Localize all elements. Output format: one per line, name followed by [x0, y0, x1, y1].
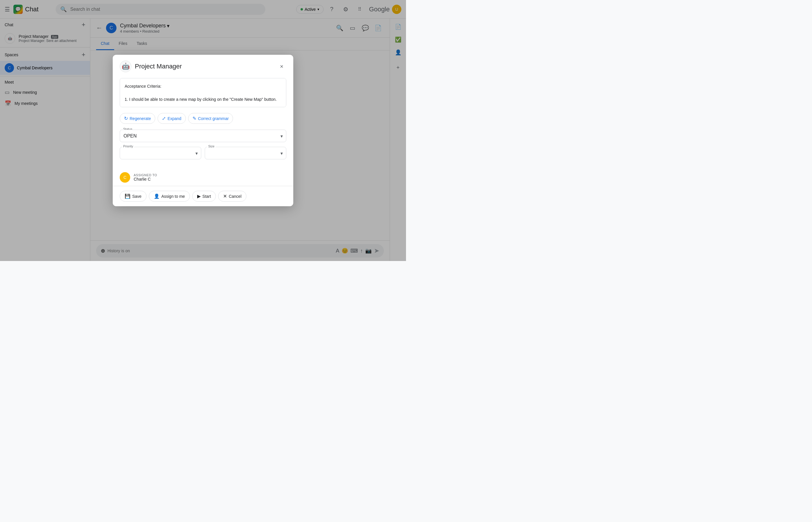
assigned-info: ASSIGNED TO Charlie C [134, 173, 157, 181]
assigned-to-label: ASSIGNED TO [134, 173, 157, 177]
assigned-avatar: C [120, 172, 130, 183]
modal-footer: 💾 Save 👤 Assign to me ▶ Start ✕ Cancel [113, 186, 293, 206]
modal-header: 🤖 Project Manager × [113, 55, 293, 78]
expand-icon: ⤢ [162, 116, 166, 121]
priority-size-row: Low Medium High ▾ Priority Small Medium [120, 147, 286, 164]
modal-title: Project Manager [135, 63, 273, 70]
modal-overlay[interactable]: 🤖 Project Manager × Acceptance Criteria:… [0, 0, 406, 261]
modal-body: Acceptance Criteria: 1. I should be able… [113, 78, 293, 186]
grammar-icon: ✎ [192, 116, 196, 121]
action-buttons: ↻ Regenerate ⤢ Expand ✎ Correct grammar [120, 113, 286, 124]
regenerate-button[interactable]: ↻ Regenerate [120, 113, 155, 124]
assign-icon: 👤 [154, 194, 160, 199]
priority-field: Low Medium High ▾ Priority [120, 147, 201, 159]
start-button[interactable]: ▶ Start [192, 191, 216, 202]
acceptance-criteria-textarea[interactable]: Acceptance Criteria: 1. I should be able… [120, 78, 286, 107]
size-field: Small Medium Large ▾ Size [205, 147, 286, 159]
priority-floating-label: Priority [122, 144, 134, 148]
assigned-section: C ASSIGNED TO Charlie C [120, 169, 286, 186]
modal-bot-icon: 🤖 [120, 61, 131, 72]
status-field: Status OPEN IN PROGRESS DONE CLOSED ▾ [120, 129, 286, 142]
assigned-to-name: Charlie C [134, 177, 157, 181]
cancel-icon: ✕ [223, 194, 227, 199]
save-button[interactable]: 💾 Save [120, 191, 146, 202]
modal-close-button[interactable]: × [277, 62, 286, 71]
status-dropdown[interactable]: OPEN IN PROGRESS DONE CLOSED [120, 129, 286, 142]
priority-dropdown[interactable]: Low Medium High [120, 147, 201, 159]
expand-button[interactable]: ⤢ Expand [158, 113, 185, 124]
assign-to-me-button[interactable]: 👤 Assign to me [149, 191, 190, 202]
size-floating-label: Size [207, 144, 216, 148]
start-icon: ▶ [197, 194, 201, 199]
regenerate-icon: ↻ [124, 116, 128, 121]
modal: 🤖 Project Manager × Acceptance Criteria:… [113, 55, 293, 206]
cancel-button[interactable]: ✕ Cancel [218, 191, 246, 202]
correct-grammar-button[interactable]: ✎ Correct grammar [188, 113, 233, 124]
save-icon: 💾 [125, 194, 130, 199]
size-dropdown[interactable]: Small Medium Large [205, 147, 286, 159]
status-wrapper: Status OPEN IN PROGRESS DONE CLOSED ▾ [120, 129, 286, 142]
